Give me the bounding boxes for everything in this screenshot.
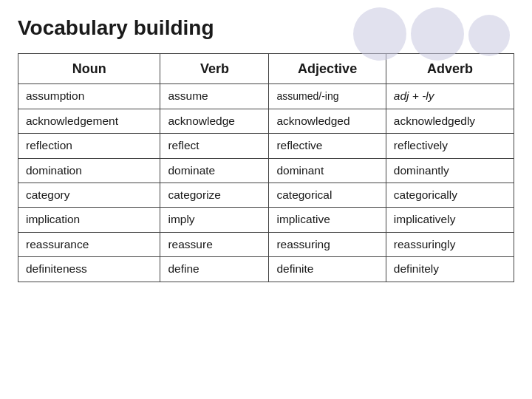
cell-adverb: reflectively xyxy=(386,134,514,158)
cell-verb: define xyxy=(160,257,269,282)
cell-adverb: adj + -ly xyxy=(386,84,514,109)
cell-noun: reassurance xyxy=(18,232,160,256)
col-header-verb: Verb xyxy=(160,54,269,84)
circle-1 xyxy=(353,7,406,61)
table-row: categorycategorizecategoricalcategorical… xyxy=(18,183,514,207)
cell-adverb: implicatively xyxy=(386,208,514,232)
cell-noun: reflection xyxy=(18,134,160,158)
table-row: implicationimplyimplicativeimplicatively xyxy=(18,208,514,232)
cell-verb: imply xyxy=(160,208,269,232)
vocabulary-table: Noun Verb Adjective Adverb assumptionass… xyxy=(18,53,514,282)
table-row: assumptionassumeassumed/-ingadj + -ly xyxy=(18,84,514,109)
cell-adverb: dominantly xyxy=(386,158,514,183)
decorative-circles xyxy=(353,7,510,61)
cell-verb: reassure xyxy=(160,232,269,256)
cell-noun: assumption xyxy=(18,84,160,109)
table-row: reassurancereassurereassuringreassuringl… xyxy=(18,232,514,256)
col-header-noun: Noun xyxy=(18,54,160,84)
cell-adjective: reflective xyxy=(269,134,386,158)
cell-adjective: reassuring xyxy=(269,232,386,256)
table-row: definitenessdefinedefinitedefinitely xyxy=(18,257,514,282)
cell-verb: reflect xyxy=(160,134,269,158)
cell-adjective: implicative xyxy=(269,208,386,232)
circle-2 xyxy=(411,7,464,61)
cell-verb: assume xyxy=(160,84,269,109)
cell-adjective: definite xyxy=(269,257,386,282)
cell-adverb: definitely xyxy=(386,257,514,282)
cell-noun: domination xyxy=(18,158,160,183)
cell-adverb: reassuringly xyxy=(386,232,514,256)
cell-verb: dominate xyxy=(160,158,269,183)
cell-adjective: categorical xyxy=(269,183,386,207)
page-container: Vocabulary building Noun Verb Adjective … xyxy=(0,0,532,399)
cell-adjective: assumed/-ing xyxy=(269,84,386,109)
cell-noun: implication xyxy=(18,208,160,232)
cell-noun: category xyxy=(18,183,160,207)
cell-verb: categorize xyxy=(160,183,269,207)
cell-verb: acknowledge xyxy=(160,109,269,133)
cell-adverb: categorically xyxy=(386,183,514,207)
table-row: acknowledgementacknowledgeacknowledgedac… xyxy=(18,109,514,133)
cell-adjective: dominant xyxy=(269,158,386,183)
circle-3 xyxy=(468,15,510,56)
cell-noun: definiteness xyxy=(18,257,160,282)
table-row: reflectionreflectreflectivereflectively xyxy=(18,134,514,158)
cell-adverb: acknowledgedly xyxy=(386,109,514,133)
table-row: dominationdominatedominantdominantly xyxy=(18,158,514,183)
cell-noun: acknowledgement xyxy=(18,109,160,133)
cell-adjective: acknowledged xyxy=(269,109,386,133)
